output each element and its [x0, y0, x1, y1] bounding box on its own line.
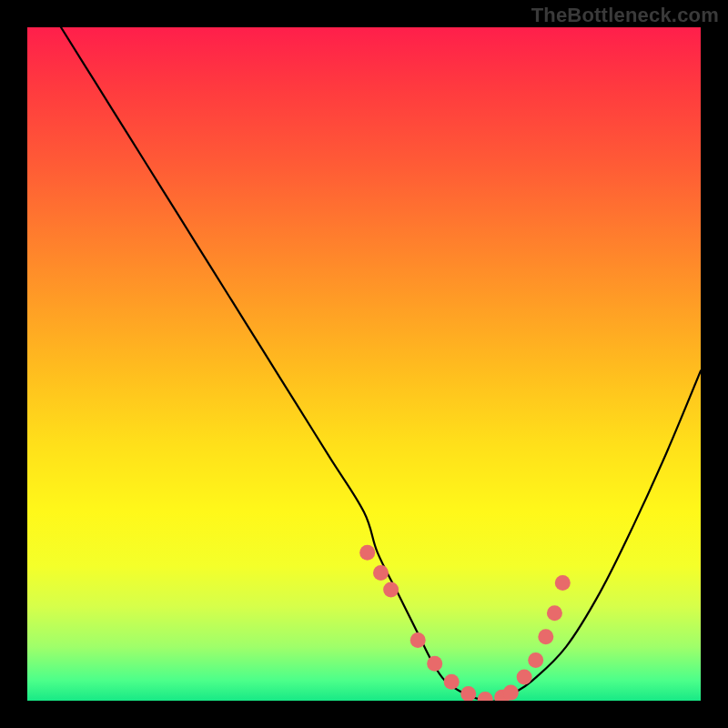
chart-stage: TheBottleneck.com [0, 0, 728, 728]
marker-dot [410, 632, 426, 648]
bottleneck-curve [61, 27, 701, 701]
marker-dot [555, 575, 571, 591]
marker-dot [517, 670, 532, 685]
marker-dot [547, 605, 562, 621]
marker-dot [427, 656, 442, 672]
marker-dot [359, 545, 375, 561]
gradient-plot-area [27, 27, 701, 701]
attribution-text: TheBottleneck.com [531, 4, 719, 27]
curve-svg [27, 27, 701, 701]
marker-dot [528, 652, 543, 668]
marker-dot [460, 686, 476, 701]
marker-dot [373, 565, 389, 581]
marker-dot [503, 685, 519, 701]
marker-dots-group [359, 545, 571, 701]
marker-dot [383, 581, 399, 597]
marker-dot [478, 692, 493, 701]
marker-dot [538, 629, 553, 644]
marker-dot [444, 674, 460, 690]
